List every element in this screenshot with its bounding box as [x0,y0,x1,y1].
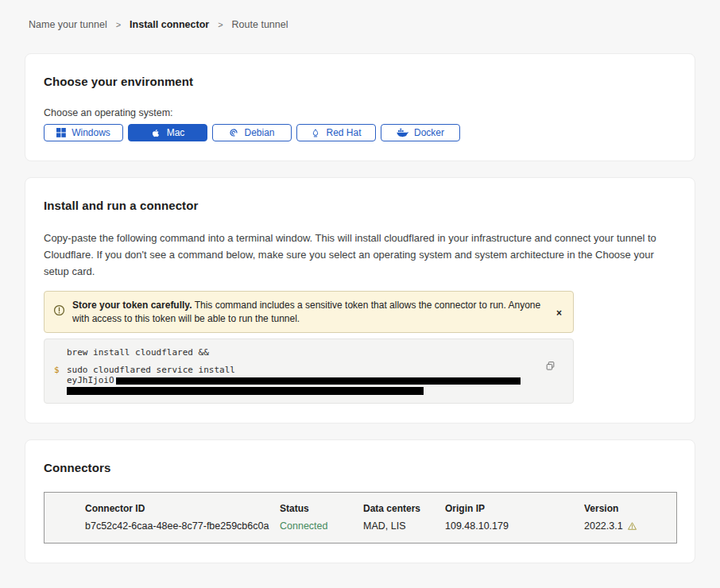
choose-environment-card: Choose your environment Choose an operat… [25,53,695,161]
os-button-mac[interactable]: Mac [128,124,207,141]
docker-logo-icon [397,128,408,137]
install-command-code-block: brew install cloudflared && $ sudo cloud… [44,338,574,404]
column-header-origin-ip: Origin IP [445,503,584,514]
breadcrumb-install-connector[interactable]: Install connector [130,19,209,30]
redacted-token-bar-2 [67,387,424,395]
os-button-group: Windows Mac Debian Red Hat [44,124,676,141]
column-header-connector-id: Connector ID [85,503,280,514]
os-button-docker[interactable]: Docker [381,124,460,141]
install-connector-card: Install and run a connector Copy-paste t… [25,177,695,424]
install-description: Copy-paste the following command into a … [44,230,676,280]
connectors-table-header: Connector ID Status Data centers Origin … [85,503,676,514]
alert-circle-icon [53,304,65,316]
os-button-redhat[interactable]: Red Hat [296,124,376,141]
version-value: 2022.3.1 [584,520,676,532]
breadcrumb-separator: > [116,20,121,29]
tunnel-setup-page: Name your tunnel > Install connector > R… [0,0,720,588]
data-centers-value: MAD, LIS [363,520,445,532]
connector-id-value: b7c52c42-6caa-48ee-8c77-fbe259cb6c0a [85,520,280,532]
install-card-title: Install and run a connector [44,199,676,212]
code-command: $ sudo cloudflared service install eyJhI… [54,365,541,395]
code-line-brew: brew install cloudflared && [54,347,541,358]
warning-triangle-icon [627,521,637,531]
column-header-version: Version [584,503,676,514]
os-button-windows[interactable]: Windows [44,124,123,141]
column-header-data-centers: Data centers [363,503,445,514]
os-button-debian[interactable]: Debian [212,124,292,141]
breadcrumb-route-tunnel[interactable]: Route tunnel [232,19,288,30]
code-line-sudo: sudo cloudflared service install [67,365,541,376]
code-line-token: eyJhIjoiO [67,376,541,385]
environment-card-title: Choose your environment [44,75,676,88]
os-button-label: Docker [414,127,444,138]
warning-message: Store your token carefully. This command… [72,299,546,325]
os-button-label: Mac [167,127,185,138]
table-row: b7c52c42-6caa-48ee-8c77-fbe259cb6c0a Con… [85,520,676,532]
redhat-logo-icon [311,128,320,138]
column-header-status: Status [280,503,363,514]
os-button-label: Debian [244,127,274,138]
os-button-label: Windows [72,127,110,138]
close-icon[interactable]: × [553,307,565,319]
copy-icon[interactable] [545,361,555,371]
shell-prompt: $ [54,365,67,395]
breadcrumb-separator: > [218,20,223,29]
connectors-card-title: Connectors [44,461,676,474]
apple-logo-icon [151,128,161,138]
origin-ip-value: 109.48.10.179 [445,520,584,532]
token-prefix: eyJhIjoiO [67,375,114,385]
windows-logo-icon [56,128,66,137]
connectors-table: Connector ID Status Data centers Origin … [44,492,677,544]
os-select-label: Choose an operating system: [44,107,676,118]
breadcrumb-name-your-tunnel[interactable]: Name your tunnel [29,19,107,30]
token-warning-banner: Store your token carefully. This command… [44,291,574,333]
redacted-token-bar [116,377,521,385]
version-number: 2022.3.1 [584,520,623,532]
breadcrumb: Name your tunnel > Install connector > R… [25,19,695,30]
connectors-card: Connectors Connector ID Status Data cent… [25,439,695,563]
debian-logo-icon [229,128,238,137]
os-button-label: Red Hat [326,127,361,138]
warning-message-bold: Store your token carefully. [72,300,192,311]
status-badge: Connected [280,520,363,532]
